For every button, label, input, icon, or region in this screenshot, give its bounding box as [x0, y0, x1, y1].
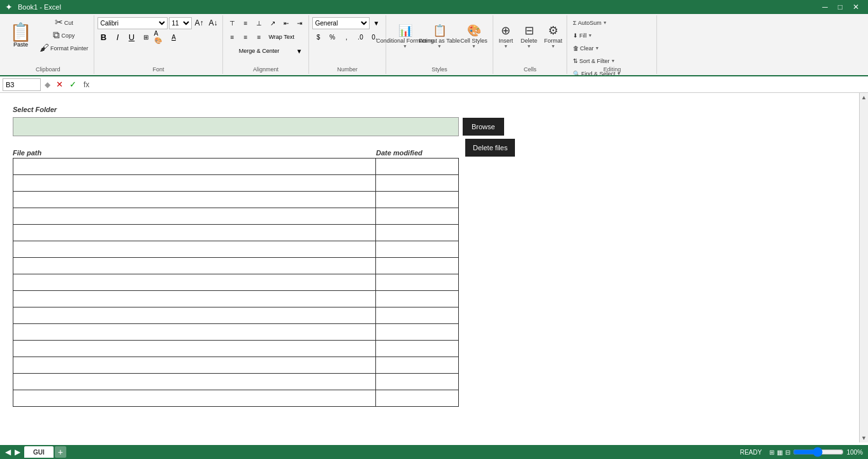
date-modified-cell[interactable]	[376, 159, 459, 175]
table-row	[13, 192, 459, 208]
align-center-button[interactable]: ≡	[240, 31, 252, 43]
paste-button[interactable]: 📋 Paste	[5, 17, 36, 55]
date-modified-cell[interactable]	[376, 341, 459, 357]
vertical-scrollbar[interactable]: ▲ ▼	[859, 93, 868, 442]
file-path-cell[interactable]	[13, 258, 376, 274]
border-button[interactable]: ⊞	[140, 31, 152, 43]
file-path-cell[interactable]	[13, 175, 376, 192]
date-modified-cell[interactable]	[376, 324, 459, 341]
file-path-cell[interactable]	[13, 341, 376, 357]
file-path-cell[interactable]	[13, 324, 376, 341]
cut-icon: ✂	[55, 17, 63, 28]
folder-path-input[interactable]	[13, 117, 459, 136]
scroll-up-arrow[interactable]: ▲	[860, 94, 868, 101]
formula-input[interactable]	[94, 78, 865, 91]
comma-button[interactable]: ,	[340, 31, 353, 43]
restore-btn[interactable]: □	[834, 3, 846, 11]
date-modified-cell[interactable]	[376, 192, 459, 208]
number-format-arrow[interactable]: ▼	[370, 17, 383, 29]
date-modified-cell[interactable]	[376, 274, 459, 291]
table-row	[13, 357, 459, 374]
date-modified-cell[interactable]	[376, 357, 459, 374]
insert-button[interactable]: ⊕ Insert ▼	[496, 17, 516, 55]
file-path-cell[interactable]	[13, 357, 376, 374]
text-direction-button[interactable]: ↗	[266, 17, 279, 29]
date-modified-cell[interactable]	[376, 390, 459, 407]
file-path-cell[interactable]	[13, 225, 376, 241]
autosum-button[interactable]: Σ AutoSum ▼	[570, 17, 610, 29]
wrap-text-button[interactable]: Wrap Text	[266, 31, 297, 43]
date-modified-cell[interactable]	[376, 291, 459, 307]
insert-function-button[interactable]: fx	[81, 80, 92, 89]
delete-files-button[interactable]: Delete files	[465, 139, 515, 157]
align-middle-button[interactable]: ≡	[240, 17, 252, 29]
file-path-cell[interactable]	[13, 307, 376, 324]
insert-icon: ⊕	[501, 24, 510, 38]
file-path-cell[interactable]	[13, 374, 376, 390]
font-increase-btn[interactable]: A↑	[193, 17, 206, 29]
date-modified-cell[interactable]	[376, 241, 459, 258]
copy-button[interactable]: ⧉ Copy	[37, 29, 91, 41]
align-right-button[interactable]: ≡	[253, 31, 266, 43]
currency-button[interactable]: $	[312, 31, 325, 43]
date-modified-cell[interactable]	[376, 258, 459, 274]
cell-reference[interactable]	[3, 78, 41, 91]
file-path-cell[interactable]	[13, 208, 376, 225]
file-path-cell[interactable]	[13, 159, 376, 175]
sort-filter-button[interactable]: ⇅ Sort & Filter ▼	[570, 55, 618, 67]
indent-decrease-button[interactable]: ⇤	[280, 17, 293, 29]
conditional-formatting-button[interactable]: 📊 Conditional Formatting ▼	[389, 17, 421, 55]
bold-button[interactable]: B	[98, 31, 110, 43]
date-modified-cell[interactable]	[376, 307, 459, 324]
delete-cell-button[interactable]: ⊟ Delete ▼	[518, 17, 540, 55]
percent-button[interactable]: %	[326, 31, 339, 43]
file-path-cell[interactable]	[13, 241, 376, 258]
cut-button[interactable]: ✂ Cut	[37, 17, 91, 29]
align-left-button[interactable]: ≡	[226, 31, 239, 43]
cell-styles-button[interactable]: 🎨 Cell Styles ▼	[458, 17, 490, 55]
date-modified-cell[interactable]	[376, 225, 459, 241]
table-row	[13, 390, 459, 407]
editing-group-label: Editing	[568, 66, 656, 73]
minimize-btn[interactable]: ─	[818, 3, 832, 11]
cancel-formula-button[interactable]: ✕	[54, 80, 65, 89]
format-painter-button[interactable]: 🖌 Format Painter	[37, 42, 91, 54]
format-cell-button[interactable]: ⚙ Format ▼	[542, 17, 564, 55]
number-format-select[interactable]: General	[312, 17, 370, 29]
italic-button[interactable]: I	[112, 31, 124, 43]
scroll-down-arrow[interactable]: ▼	[860, 435, 868, 441]
close-btn[interactable]: ✕	[849, 3, 863, 11]
styles-group: 📊 Conditional Formatting ▼ 📋 Format as T…	[387, 15, 493, 74]
font-decrease-btn[interactable]: A↓	[207, 17, 220, 29]
indent-increase-button[interactable]: ⇥	[293, 17, 306, 29]
fill-button[interactable]: ⬇ Fill ▼	[570, 29, 595, 41]
date-modified-cell[interactable]	[376, 374, 459, 390]
file-path-cell[interactable]	[13, 390, 376, 407]
number-group-label: Number	[310, 66, 386, 73]
merge-arrow-button[interactable]: ▼	[293, 45, 306, 57]
file-path-cell[interactable]	[13, 291, 376, 307]
table-row	[13, 175, 459, 192]
browse-button[interactable]: Browse	[463, 118, 504, 136]
copy-icon: ⧉	[53, 30, 60, 41]
cell-styles-icon: 🎨	[467, 24, 481, 38]
confirm-formula-button[interactable]: ✓	[68, 80, 78, 89]
format-as-table-button[interactable]: 📋 Format as Table ▼	[424, 17, 456, 55]
font-color-button[interactable]: A	[168, 31, 180, 43]
font-family-select[interactable]: Calibri	[98, 17, 168, 29]
merge-center-button[interactable]: Merge & Center	[226, 45, 293, 57]
align-top-button[interactable]: ⊤	[226, 17, 239, 29]
clear-button[interactable]: 🗑 Clear ▼	[570, 42, 602, 54]
font-size-select[interactable]: 11	[169, 17, 192, 29]
align-bottom-button[interactable]: ⊥	[253, 17, 266, 29]
decimal-increase-button[interactable]: .0	[354, 31, 367, 43]
date-modified-cell[interactable]	[376, 175, 459, 192]
underline-button[interactable]: U	[126, 31, 138, 43]
file-path-cell[interactable]	[13, 192, 376, 208]
sheet-content: Select Folder Browse File path Date modi…	[0, 93, 859, 442]
file-path-cell[interactable]	[13, 274, 376, 291]
date-modified-cell[interactable]	[376, 208, 459, 225]
formula-expand-icon[interactable]: ◆	[43, 80, 52, 89]
table-row	[13, 208, 459, 225]
fill-color-button[interactable]: A🎨	[154, 31, 166, 43]
